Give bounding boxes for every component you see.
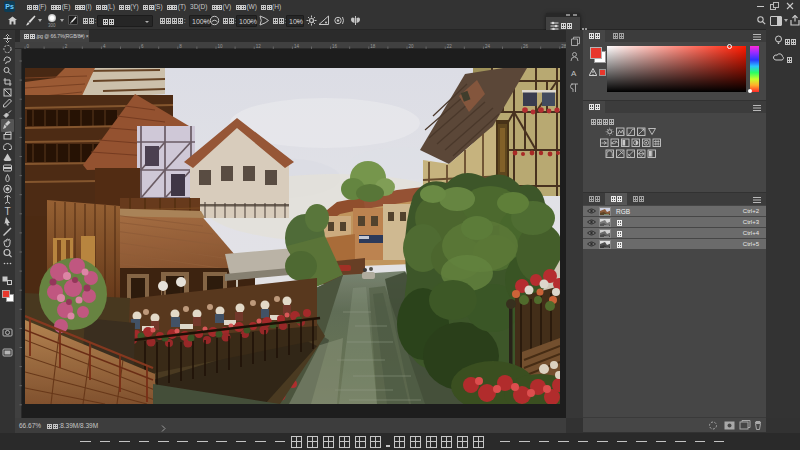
svg-text:22: 22 <box>447 44 453 49</box>
svg-text:T: T <box>5 206 11 217</box>
svg-text:A: A <box>571 69 577 78</box>
svg-text:26: 26 <box>523 44 529 49</box>
svg-text:20: 20 <box>409 44 415 49</box>
svg-text:14: 14 <box>294 44 300 49</box>
svg-text:10: 10 <box>218 44 224 49</box>
svg-text:24: 24 <box>485 44 491 49</box>
svg-text:18: 18 <box>370 44 376 49</box>
svg-text:16: 16 <box>332 44 338 49</box>
svg-text:0: 0 <box>27 44 30 49</box>
svg-text:8: 8 <box>179 44 182 49</box>
svg-text:12: 12 <box>256 44 262 49</box>
svg-text:4: 4 <box>103 44 106 49</box>
svg-text:6: 6 <box>141 44 144 49</box>
svg-text:2: 2 <box>65 44 68 49</box>
